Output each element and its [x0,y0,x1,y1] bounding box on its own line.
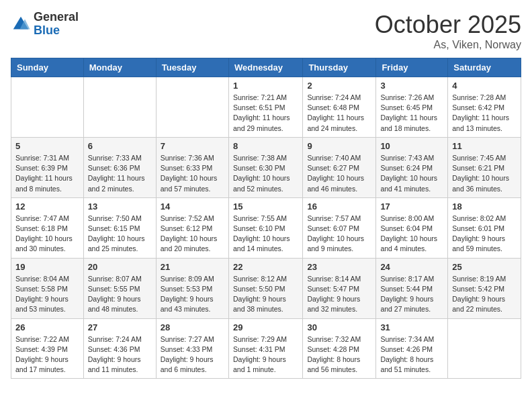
calendar-cell: 9Sunrise: 7:40 AM Sunset: 6:27 PM Daylig… [303,137,376,197]
day-info: Sunrise: 8:02 AM Sunset: 6:01 PM Dayligh… [452,214,517,255]
calendar-cell: 21Sunrise: 8:09 AM Sunset: 5:53 PM Dayli… [156,258,228,318]
day-number: 9 [307,141,371,151]
day-info: Sunrise: 7:43 AM Sunset: 6:24 PM Dayligh… [380,153,443,194]
day-number: 24 [380,262,443,272]
calendar-cell: 3Sunrise: 7:26 AM Sunset: 6:45 PM Daylig… [376,77,448,138]
day-info: Sunrise: 7:31 AM Sunset: 6:39 PM Dayligh… [15,153,79,194]
calendar-cell: 7Sunrise: 7:36 AM Sunset: 6:33 PM Daylig… [156,137,228,197]
calendar-cell: 10Sunrise: 7:43 AM Sunset: 6:24 PM Dayli… [376,137,448,197]
day-number: 1 [233,81,298,91]
day-info: Sunrise: 8:14 AM Sunset: 5:47 PM Dayligh… [307,274,371,315]
header-wednesday: Wednesday [228,58,302,77]
calendar-cell: 28Sunrise: 7:27 AM Sunset: 4:33 PM Dayli… [156,318,228,379]
logo-general: General [34,11,79,24]
day-number: 11 [452,141,517,151]
day-info: Sunrise: 8:04 AM Sunset: 5:58 PM Dayligh… [15,274,79,315]
day-number: 13 [88,201,152,212]
day-number: 2 [307,81,371,91]
calendar-cell: 12Sunrise: 7:47 AM Sunset: 6:18 PM Dayli… [11,197,84,258]
day-info: Sunrise: 7:32 AM Sunset: 4:28 PM Dayligh… [307,334,371,375]
day-info: Sunrise: 8:00 AM Sunset: 6:04 PM Dayligh… [380,214,443,255]
logo: General Blue [11,11,79,38]
calendar-cell: 14Sunrise: 7:52 AM Sunset: 6:12 PM Dayli… [156,197,228,258]
calendar-cell: 19Sunrise: 8:04 AM Sunset: 5:58 PM Dayli… [11,258,84,318]
calendar-cell: 27Sunrise: 7:24 AM Sunset: 4:36 PM Dayli… [83,318,156,379]
day-number: 7 [161,141,224,151]
calendar-cell: 31Sunrise: 7:34 AM Sunset: 4:26 PM Dayli… [376,318,448,379]
calendar-cell: 11Sunrise: 7:45 AM Sunset: 6:21 PM Dayli… [448,137,521,197]
calendar-cell: 22Sunrise: 8:12 AM Sunset: 5:50 PM Dayli… [228,258,302,318]
calendar-cell: 23Sunrise: 8:14 AM Sunset: 5:47 PM Dayli… [303,258,376,318]
calendar-cell: 29Sunrise: 7:29 AM Sunset: 4:31 PM Dayli… [228,318,302,379]
day-number: 21 [161,262,224,272]
calendar-cell [83,77,156,138]
day-info: Sunrise: 7:27 AM Sunset: 4:33 PM Dayligh… [161,334,224,375]
calendar-week-3: 12Sunrise: 7:47 AM Sunset: 6:18 PM Dayli… [11,197,521,258]
calendar-cell [156,77,228,138]
calendar-cell [448,318,521,379]
day-info: Sunrise: 7:22 AM Sunset: 4:39 PM Dayligh… [15,334,79,375]
header-thursday: Thursday [303,58,376,77]
calendar-cell: 8Sunrise: 7:38 AM Sunset: 6:30 PM Daylig… [228,137,302,197]
day-number: 10 [380,141,443,151]
logo-text: General Blue [34,11,79,38]
day-info: Sunrise: 8:19 AM Sunset: 5:42 PM Dayligh… [452,274,517,315]
day-number: 26 [15,322,79,332]
calendar-cell: 1Sunrise: 7:21 AM Sunset: 6:51 PM Daylig… [228,77,302,138]
day-number: 31 [380,322,443,332]
calendar-week-4: 19Sunrise: 8:04 AM Sunset: 5:58 PM Dayli… [11,258,521,318]
day-number: 30 [307,322,371,332]
day-info: Sunrise: 7:28 AM Sunset: 6:42 PM Dayligh… [452,93,517,134]
logo-icon [11,14,31,34]
day-number: 3 [380,81,443,91]
day-info: Sunrise: 7:52 AM Sunset: 6:12 PM Dayligh… [161,214,224,255]
day-number: 6 [88,141,152,151]
day-number: 25 [452,262,517,272]
day-info: Sunrise: 7:50 AM Sunset: 6:15 PM Dayligh… [88,214,152,255]
day-number: 12 [15,201,79,212]
title-section: October 2025 As, Viken, Norway [375,11,521,51]
day-info: Sunrise: 7:57 AM Sunset: 6:07 PM Dayligh… [307,214,371,255]
calendar-cell: 24Sunrise: 8:17 AM Sunset: 5:44 PM Dayli… [376,258,448,318]
calendar-cell: 30Sunrise: 7:32 AM Sunset: 4:28 PM Dayli… [303,318,376,379]
day-info: Sunrise: 7:26 AM Sunset: 6:45 PM Dayligh… [380,93,443,134]
day-info: Sunrise: 7:29 AM Sunset: 4:31 PM Dayligh… [233,334,298,375]
day-number: 4 [452,81,517,91]
calendar-week-2: 5Sunrise: 7:31 AM Sunset: 6:39 PM Daylig… [11,137,521,197]
calendar-cell: 13Sunrise: 7:50 AM Sunset: 6:15 PM Dayli… [83,197,156,258]
header-sunday: Sunday [11,58,84,77]
day-info: Sunrise: 8:12 AM Sunset: 5:50 PM Dayligh… [233,274,298,315]
page-container: General Blue October 2025 As, Viken, Nor… [0,0,532,390]
day-number: 28 [161,322,224,332]
calendar: Sunday Monday Tuesday Wednesday Thursday… [11,58,521,379]
month-title: October 2025 [375,11,521,39]
day-number: 15 [233,201,298,212]
logo-blue: Blue [34,24,79,38]
calendar-cell: 2Sunrise: 7:24 AM Sunset: 6:48 PM Daylig… [303,77,376,138]
calendar-header-row: Sunday Monday Tuesday Wednesday Thursday… [11,58,521,77]
day-info: Sunrise: 7:34 AM Sunset: 4:26 PM Dayligh… [380,334,443,375]
day-info: Sunrise: 7:38 AM Sunset: 6:30 PM Dayligh… [233,153,298,194]
header: General Blue October 2025 As, Viken, Nor… [11,11,521,51]
calendar-cell [11,77,84,138]
calendar-week-5: 26Sunrise: 7:22 AM Sunset: 4:39 PM Dayli… [11,318,521,379]
calendar-week-1: 1Sunrise: 7:21 AM Sunset: 6:51 PM Daylig… [11,77,521,138]
header-saturday: Saturday [448,58,521,77]
day-number: 14 [161,201,224,212]
day-info: Sunrise: 7:21 AM Sunset: 6:51 PM Dayligh… [233,93,298,134]
day-number: 5 [15,141,79,151]
day-info: Sunrise: 8:09 AM Sunset: 5:53 PM Dayligh… [161,274,224,315]
header-monday: Monday [83,58,156,77]
calendar-cell: 25Sunrise: 8:19 AM Sunset: 5:42 PM Dayli… [448,258,521,318]
location-title: As, Viken, Norway [375,39,521,51]
calendar-cell: 26Sunrise: 7:22 AM Sunset: 4:39 PM Dayli… [11,318,84,379]
day-number: 20 [88,262,152,272]
day-info: Sunrise: 7:47 AM Sunset: 6:18 PM Dayligh… [15,214,79,255]
day-number: 22 [233,262,298,272]
day-number: 23 [307,262,371,272]
day-info: Sunrise: 7:55 AM Sunset: 6:10 PM Dayligh… [233,214,298,255]
day-number: 19 [15,262,79,272]
day-info: Sunrise: 7:40 AM Sunset: 6:27 PM Dayligh… [307,153,371,194]
calendar-cell: 4Sunrise: 7:28 AM Sunset: 6:42 PM Daylig… [448,77,521,138]
day-number: 29 [233,322,298,332]
